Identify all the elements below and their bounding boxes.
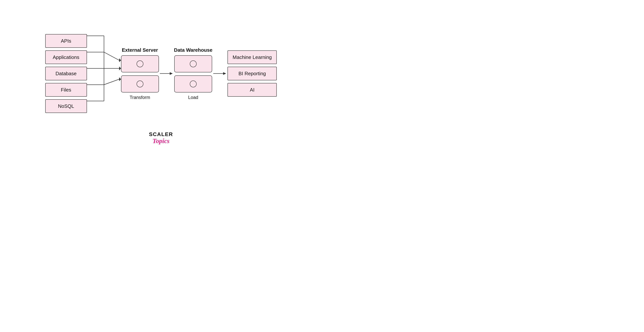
source-box-files: Files [45,83,87,97]
load-box-2 [174,75,212,93]
transform-circle-2 [136,81,144,87]
data-warehouse-column: Data Warehouse Load [174,47,212,100]
load-sublabel: Load [188,95,198,100]
source-to-transform-connector [87,29,121,118]
load-boxes [174,55,212,93]
branding: SCALER Topics [149,131,173,144]
source-box-apis: APIs [45,34,87,48]
data-warehouse-label: Data Warehouse [174,47,212,53]
source-column: APIs Applications Database Files NoSQL [45,34,87,113]
load-circle-2 [190,81,196,87]
source-label-files: Files [61,87,71,93]
main-layout: APIs Applications Database Files NoSQL [0,22,322,144]
source-label-apis: APIs [61,38,71,44]
branding-scaler-text: SCALER [149,131,173,137]
branding-topics-text: Topics [152,137,169,144]
source-box-nosql: NoSQL [45,99,87,113]
output-box-ai: AI [228,83,277,97]
transform-box-1 [121,55,159,72]
external-server-label: External Server [122,47,158,53]
output-box-ml: Machine Learning [228,50,277,64]
svg-marker-10 [119,58,121,62]
transform-sublabel: Transform [130,95,150,100]
diagram-container: APIs Applications Database Files NoSQL [0,22,322,126]
output-label-ml: Machine Learning [232,54,272,60]
svg-marker-14 [119,67,121,70]
transform-box-2 [121,75,159,93]
output-box-bi: BI Reporting [228,67,277,80]
source-box-applications: Applications [45,50,87,64]
transform-to-warehouse-connector [159,71,174,76]
svg-line-11 [104,79,119,85]
transform-boxes [121,55,159,93]
output-label-ai: AI [250,87,254,93]
warehouse-to-output-connector [212,71,228,76]
source-label-database: Database [56,71,76,77]
source-label-applications: Applications [53,54,79,60]
transform-circle-1 [136,61,144,67]
output-label-bi: BI Reporting [238,71,266,77]
svg-marker-18 [223,72,226,75]
source-label-nosql: NoSQL [58,103,74,109]
load-circle-1 [190,61,196,67]
external-server-column: External Server Transform [121,47,159,100]
output-column: Machine Learning BI Reporting AI [228,50,277,97]
load-box-1 [174,55,212,72]
svg-line-9 [104,52,119,60]
source-box-database: Database [45,67,87,80]
svg-marker-16 [170,72,173,75]
svg-marker-12 [119,77,121,81]
